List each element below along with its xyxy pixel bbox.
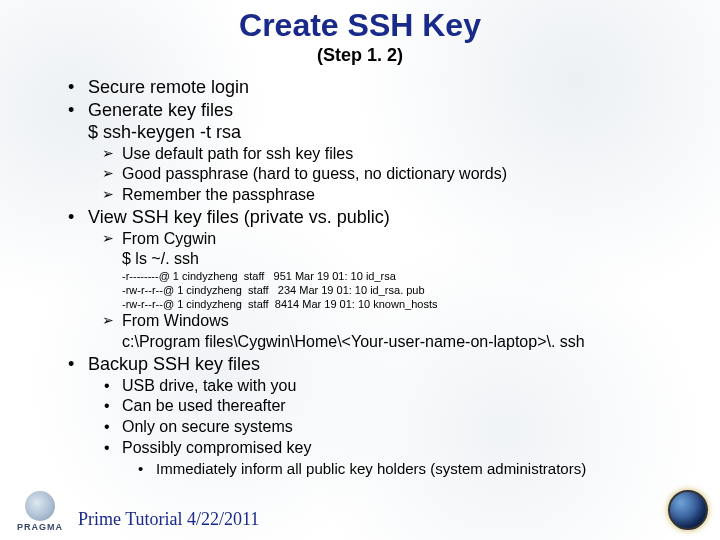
cmd-ls-ssh: $ ls ~/. ssh <box>122 249 696 270</box>
sub-default-path: Use default path for ssh key files <box>122 144 696 165</box>
bullet-backup-keys: Backup SSH key files USB drive, take wit… <box>88 353 696 478</box>
slide-title: Create SSH Key <box>24 8 696 43</box>
compromised-sublist: Immediately inform all public key holder… <box>122 459 696 479</box>
generate-sublist: Use default path for ssh key files Good … <box>88 144 696 206</box>
pragma-logo: PRAGMA <box>10 486 70 532</box>
bullet-list: Secure remote login Generate key files $… <box>24 76 696 478</box>
slide-body: Create SSH Key (Step 1. 2) Secure remote… <box>0 0 720 478</box>
ls-line-known-hosts: -rw-r--r--@ 1 cindyzheng staff 8414 Mar … <box>122 298 696 312</box>
sub-compromised: Possibly compromised key Immediately inf… <box>122 438 696 478</box>
footer-text: Prime Tutorial 4/22/2011 <box>78 509 259 530</box>
globe-icon <box>668 490 708 530</box>
pragma-label: PRAGMA <box>17 522 63 532</box>
sub-usb-drive: USB drive, take with you <box>122 376 696 397</box>
bullet-generate-keys: Generate key files <box>88 99 696 122</box>
sub-from-cygwin: From Cygwin $ ls ~/. ssh -r--------@ 1 c… <box>122 229 696 312</box>
backup-sublist: USB drive, take with you Can be used the… <box>88 376 696 479</box>
bullet-secure-login: Secure remote login <box>88 76 696 99</box>
sub-thereafter: Can be used thereafter <box>122 396 696 417</box>
pragma-globe-icon <box>25 491 55 521</box>
ls-line-idrsa-pub: -rw-r--r--@ 1 cindyzheng staff 234 Mar 1… <box>122 284 696 298</box>
windows-path: c:\Program files\Cygwin\Home\<Your-user-… <box>122 332 696 353</box>
sub-from-windows: From Windows c:\Program files\Cygwin\Hom… <box>122 311 696 353</box>
ls-line-idrsa: -r--------@ 1 cindyzheng staff 951 Mar 1… <box>122 270 696 284</box>
cmd-ssh-keygen: $ ssh-keygen -t rsa Use default path for… <box>88 121 696 206</box>
sub-good-passphrase: Good passphrase (hard to guess, no dicti… <box>122 164 696 185</box>
view-sublist: From Cygwin $ ls ~/. ssh -r--------@ 1 c… <box>88 229 696 353</box>
ls-output: -r--------@ 1 cindyzheng staff 951 Mar 1… <box>122 270 696 311</box>
sub-inform-holders: Immediately inform all public key holder… <box>156 459 696 479</box>
sub-remember-passphrase: Remember the passphrase <box>122 185 696 206</box>
globe-logo <box>668 490 710 532</box>
slide-subtitle: (Step 1. 2) <box>24 45 696 66</box>
bullet-view-keys: View SSH key files (private vs. public) … <box>88 206 696 353</box>
sub-secure-systems: Only on secure systems <box>122 417 696 438</box>
